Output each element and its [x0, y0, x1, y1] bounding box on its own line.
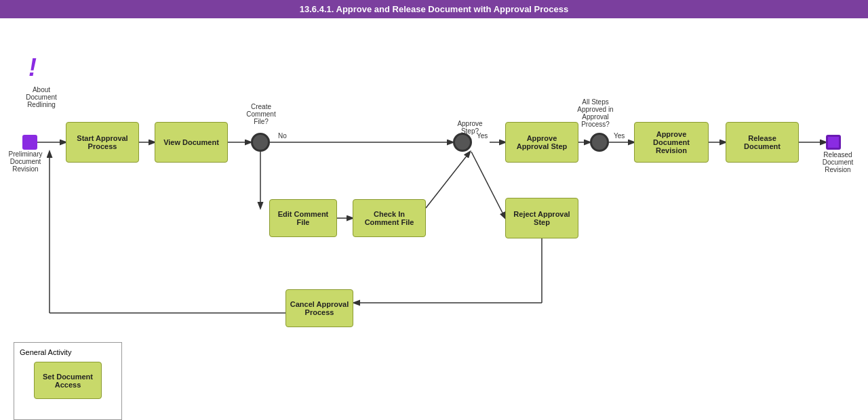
cancel-approval-box[interactable]: Cancel ApprovalProcess — [285, 289, 353, 327]
check-in-comment-box[interactable]: Check InComment File — [353, 199, 426, 237]
title-text: 13.6.4.1. Approve and Release Document w… — [300, 4, 568, 14]
yes1-label: Yes — [477, 132, 488, 140]
yes2-label: Yes — [614, 132, 625, 140]
legend-title: General Activity — [20, 348, 116, 356]
edit-comment-box[interactable]: Edit CommentFile — [269, 199, 337, 237]
release-document-box[interactable]: ReleaseDocument — [726, 122, 799, 163]
title-bar: 13.6.4.1. Approve and Release Document w… — [0, 0, 868, 18]
about-icon: ! — [28, 54, 37, 82]
all-steps-label: All StepsApproved inApprovalProcess? — [568, 98, 623, 128]
approve-approval-step-box[interactable]: ApproveApproval Step — [505, 122, 578, 163]
create-comment-label: CreateCommentFile? — [237, 103, 285, 125]
approve-doc-revision-box[interactable]: ApproveDocumentRevision — [634, 122, 709, 163]
preliminary-label: PreliminaryDocumentRevision — [0, 150, 51, 173]
released-label: ReleasedDocumentRevision — [812, 151, 863, 173]
start-node — [22, 135, 37, 150]
end-node — [826, 135, 841, 150]
arrows-svg — [0, 18, 868, 420]
no-label: No — [278, 132, 287, 140]
view-document-box[interactable]: View Document — [155, 122, 228, 163]
legend-box: General Activity Set DocumentAccess — [14, 342, 122, 420]
gateway1-circle — [251, 133, 270, 152]
gateway2-circle — [453, 133, 472, 152]
diagram-area: ! AboutDocumentRedlining PreliminaryDocu… — [0, 18, 868, 420]
svg-line-11 — [426, 152, 470, 208]
gateway3-circle — [590, 133, 609, 152]
reject-approval-step-box[interactable]: Reject ApprovalStep — [505, 198, 578, 238]
legend-item-box: Set DocumentAccess — [34, 362, 102, 399]
about-label: AboutDocumentRedlining — [18, 86, 65, 108]
svg-line-12 — [471, 152, 505, 218]
start-approval-box[interactable]: Start ApprovalProcess — [66, 122, 139, 163]
